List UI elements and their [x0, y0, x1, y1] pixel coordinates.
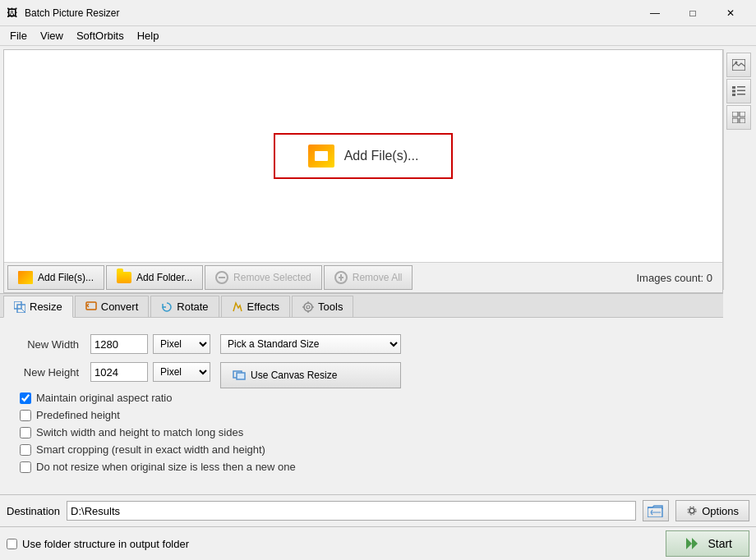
resize-left: New Width Pixel Percent Inch Cm New Heig…	[20, 334, 210, 388]
tab-tools[interactable]: Tools	[292, 296, 353, 317]
right-sidebar	[723, 49, 753, 290]
svg-point-25	[689, 508, 694, 513]
do-not-resize-checkbox[interactable]	[20, 461, 31, 473]
add-files-icon	[18, 271, 33, 284]
height-input[interactable]	[90, 362, 148, 382]
smart-cropping-checkbox[interactable]	[20, 444, 31, 456]
toolbar: Add File(s)... Add Folder... Remove Sele…	[4, 262, 722, 292]
grid-view-icon	[732, 112, 745, 123]
use-folder-row: Use folder structure in output folder	[7, 538, 189, 550]
width-input[interactable]	[90, 334, 148, 354]
resize-right: Pick a Standard Size 800x600 1024x768 12…	[220, 334, 401, 388]
settings-section: Resize Convert Rotate	[0, 293, 723, 494]
effects-tab-icon	[232, 301, 243, 313]
start-icon	[683, 536, 701, 551]
height-unit-select[interactable]: Pixel Percent Inch Cm	[153, 362, 210, 382]
width-row: New Width Pixel Percent Inch Cm	[20, 334, 210, 354]
title-bar: 🖼 Batch Picture Resizer — □ ✕	[0, 0, 756, 26]
start-button[interactable]: Start	[666, 530, 749, 557]
use-folder-checkbox[interactable]	[7, 539, 17, 549]
tab-rotate[interactable]: Rotate	[150, 296, 219, 317]
canvas-resize-label: Use Canvas Resize	[251, 370, 337, 381]
maximize-button[interactable]: □	[674, 0, 712, 26]
title-bar-controls: — □ ✕	[636, 0, 749, 26]
title-bar-text: Batch Picture Resizer	[25, 7, 636, 19]
maintain-aspect-checkbox[interactable]	[20, 392, 31, 404]
remove-all-button[interactable]: Remove All	[324, 265, 413, 290]
add-files-big-icon	[308, 145, 334, 168]
svg-point-1	[735, 62, 737, 64]
tab-effects[interactable]: Effects	[221, 296, 291, 317]
remove-selected-icon	[215, 271, 228, 284]
remove-all-icon	[334, 271, 348, 284]
app-icon: 🖼	[7, 7, 20, 20]
switch-width-height-checkbox[interactable]	[20, 427, 31, 438]
convert-tab-icon	[85, 301, 97, 313]
svg-rect-11	[740, 118, 745, 123]
close-button[interactable]: ✕	[712, 0, 749, 26]
images-count: Images count: 0	[637, 272, 720, 284]
list-view-button[interactable]	[726, 79, 751, 103]
do-not-resize-label: Do not resize when original size is less…	[36, 461, 296, 473]
svg-rect-5	[737, 90, 745, 92]
standard-size-select[interactable]: Pick a Standard Size 800x600 1024x768 12…	[220, 334, 401, 354]
resize-grid: New Width Pixel Percent Inch Cm New Heig…	[13, 328, 710, 392]
new-width-label: New Width	[20, 338, 85, 351]
menu-help[interactable]: Help	[131, 28, 166, 44]
smart-cropping-row: Smart cropping (result in exact width an…	[20, 443, 703, 456]
svg-point-17	[307, 305, 310, 309]
use-folder-label: Use folder structure in output folder	[22, 538, 189, 550]
footer: Use folder structure in output folder St…	[0, 526, 756, 560]
add-files-big-label: Add File(s)...	[344, 149, 419, 163]
checkboxes-section: Maintain original aspect ratio Predefine…	[13, 392, 710, 484]
start-label: Start	[708, 537, 732, 550]
predefined-height-row: Predefined height	[20, 409, 703, 421]
add-folder-icon	[117, 272, 131, 283]
image-view-button[interactable]	[726, 53, 751, 77]
list-view-icon	[732, 85, 745, 97]
menu-view[interactable]: View	[34, 28, 70, 44]
canvas-resize-button[interactable]: Use Canvas Resize	[220, 362, 401, 388]
tools-tab-icon	[302, 301, 314, 313]
options-button[interactable]: Options	[675, 500, 749, 521]
destination-label: Destination	[7, 505, 60, 517]
main-content: Add File(s)... Add File(s)... Add Folder…	[0, 46, 756, 560]
add-files-button[interactable]: Add File(s)...	[7, 265, 104, 290]
remove-selected-button[interactable]: Remove Selected	[205, 265, 322, 290]
height-row: New Height Pixel Percent Inch Cm	[20, 362, 210, 382]
svg-marker-28	[692, 538, 698, 549]
resize-content: New Width Pixel Percent Inch Cm New Heig…	[0, 318, 723, 494]
svg-rect-10	[732, 118, 738, 123]
menu-softorbits[interactable]: SoftOrbits	[70, 28, 131, 44]
options-label: Options	[702, 505, 739, 517]
svg-point-16	[304, 303, 312, 311]
destination-input[interactable]	[67, 501, 636, 521]
maintain-aspect-row: Maintain original aspect ratio	[20, 392, 703, 404]
svg-rect-23	[237, 373, 245, 379]
destination-browse-button[interactable]	[643, 500, 669, 521]
top-section: Add File(s)... Add File(s)... Add Folder…	[0, 46, 756, 293]
predefined-height-label: Predefined height	[36, 409, 120, 421]
destination-bar: Destination Options	[0, 494, 756, 526]
predefined-height-checkbox[interactable]	[20, 410, 31, 421]
svg-rect-6	[732, 94, 735, 96]
switch-width-height-label: Switch width and height to match long si…	[36, 426, 243, 438]
drop-area: Add File(s)...	[4, 50, 722, 262]
tab-convert[interactable]: Convert	[75, 296, 150, 317]
add-files-big-button[interactable]: Add File(s)...	[274, 133, 454, 179]
minimize-button[interactable]: —	[636, 0, 674, 26]
grid-view-button[interactable]	[726, 105, 751, 130]
do-not-resize-row: Do not resize when original size is less…	[20, 461, 703, 473]
svg-rect-2	[732, 86, 735, 89]
svg-rect-4	[732, 90, 735, 93]
width-unit-select[interactable]: Pixel Percent Inch Cm	[153, 334, 210, 354]
tab-resize[interactable]: Resize	[3, 296, 73, 318]
svg-marker-27	[686, 538, 692, 549]
menu-file[interactable]: File	[3, 28, 34, 44]
new-height-label: New Height	[20, 366, 85, 379]
menu-bar: File View SoftOrbits Help	[0, 26, 756, 46]
smart-cropping-label: Smart cropping (result in exact width an…	[36, 443, 265, 456]
resize-tab-icon	[14, 301, 25, 313]
add-folder-button[interactable]: Add Folder...	[106, 265, 203, 290]
switch-width-height-row: Switch width and height to match long si…	[20, 426, 703, 438]
